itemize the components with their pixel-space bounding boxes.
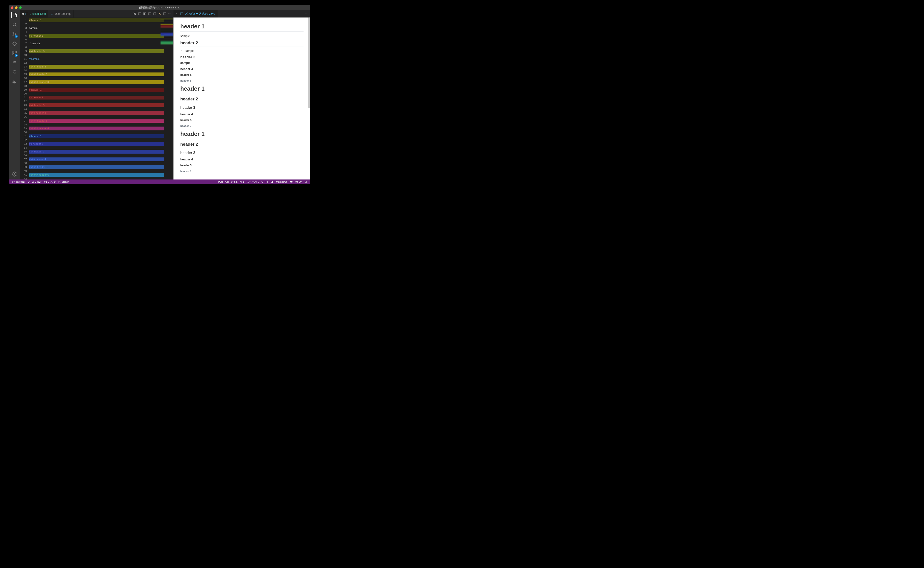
encoding[interactable]: UTF-8 [261,180,270,184]
svg-point-22 [170,14,170,14]
svg-rect-24 [180,12,183,15]
minimap[interactable] [161,18,173,180]
tab-label: Untitled-1.md [30,12,46,15]
code-area[interactable]: # header 1sample## header 2 * sample### … [29,18,173,180]
tab-label: プレビュー Untitled-1.md [185,12,215,16]
svg-point-33 [296,181,297,182]
problems-status[interactable]: 0 0 [43,180,57,183]
other-icon-1[interactable] [11,69,18,76]
find-case[interactable]: [Aa] [217,180,224,184]
svg-point-23 [171,14,171,14]
svg-rect-15 [138,13,141,15]
scrollbar[interactable] [307,18,311,180]
svg-rect-7 [13,54,14,55]
svg-rect-5 [13,51,14,53]
bell-icon[interactable] [303,180,309,184]
svg-rect-17 [145,13,146,15]
cursor-position[interactable]: 行 54、列 1 [230,180,245,184]
svg-point-29 [12,182,13,183]
extensions-badge: 4 [15,54,18,57]
editor-group-right: × プレビュー Untitled-1.md header 1samplehead… [173,10,311,180]
debug-icon[interactable] [11,41,18,47]
action-icon-5[interactable] [152,12,157,16]
svg-point-13 [51,13,53,15]
svg-point-0 [13,23,16,26]
editor-area: Untitled-1.md User Settings [20,10,311,180]
svg-rect-10 [14,82,15,82]
window-title: [拡張機能開発ホスト] - Untitled-1.md [139,6,180,9]
action-icon-1[interactable] [132,12,137,16]
svg-point-27 [307,14,308,14]
more-actions-icon[interactable] [304,12,309,16]
tab-untitled[interactable]: Untitled-1.md [20,10,48,18]
live-share[interactable]: Off [294,180,303,184]
svg-point-26 [306,14,307,14]
window-controls [11,6,21,9]
editor-actions-left [132,10,173,18]
svg-point-21 [168,14,169,14]
language-mode[interactable]: Markdown [275,180,289,184]
svg-rect-6 [15,51,17,53]
docker-icon[interactable] [11,79,18,85]
settings-gear-icon[interactable] [11,171,18,177]
preview-file-icon [180,12,183,15]
close-tab-icon[interactable]: × [176,12,179,15]
titlebar[interactable]: [拡張機能開発ホスト] - Untitled-1.md [9,5,311,10]
markdown-preview[interactable]: header 1sampleheader 2sampleheader 3samp… [173,18,311,180]
source-control-icon[interactable]: 3 [11,31,18,37]
tabs-left: Untitled-1.md User Settings [20,10,173,18]
tab-preview[interactable]: × プレビュー Untitled-1.md [173,10,218,18]
tab-settings[interactable]: User Settings [48,10,74,18]
tabs-right: × プレビュー Untitled-1.md [173,10,311,18]
tab-label: User Settings [55,12,71,15]
branch-icon [12,180,15,183]
indentation[interactable]: スペース: 2 [245,180,261,184]
more-actions-icon[interactable] [167,12,172,16]
action-icon-2[interactable] [137,12,142,16]
maximize-window-button[interactable] [19,6,21,9]
preview-body: header 1sampleheader 2sampleheader 3samp… [173,18,311,180]
line-number-gutter: 1234567891011121314151617181920212223242… [20,18,29,180]
action-icon-4[interactable] [147,12,152,16]
scroll-thumb[interactable] [308,18,310,108]
action-icon-3[interactable] [142,12,147,16]
svg-rect-9 [14,82,14,82]
error-icon [44,180,47,183]
minimize-window-button[interactable] [15,6,18,9]
close-window-button[interactable] [11,6,14,9]
scm-badge: 3 [15,35,18,38]
branch-status[interactable]: satokaz* [11,180,27,183]
editor-actions-right [304,10,311,18]
explorer-icon[interactable] [11,12,18,18]
svg-rect-16 [143,13,144,15]
svg-point-2 [13,35,14,36]
main: 3 4 Untitled-1.md User Settings [9,10,311,180]
warning-icon [50,180,53,183]
person-icon [58,180,61,183]
split-editor-icon[interactable] [162,12,167,16]
find-word[interactable]: Ab] [224,180,230,184]
settings-file-icon [50,12,54,15]
svg-point-12 [14,173,15,175]
svg-point-32 [59,181,60,182]
activity-bar: 3 4 [9,10,20,180]
svg-point-30 [14,181,15,182]
extensions-icon[interactable]: 4 [11,50,18,56]
svg-point-25 [305,14,306,14]
sync-status[interactable]: 0↓ 2432↑ [27,180,43,183]
feedback-icon[interactable] [289,180,294,184]
eol[interactable]: LF [270,180,275,184]
svg-rect-11 [14,81,14,82]
app-window: [拡張機能開発ホスト] - Untitled-1.md 3 4 Untitled… [9,5,311,184]
search-icon[interactable] [11,21,18,28]
svg-rect-8 [13,82,14,82]
action-icon-6[interactable] [158,12,162,16]
svg-point-3 [15,34,17,35]
status-bar: satokaz* 0↓ 2432↑ 0 0 Sign in [Aa] Ab] 行… [9,180,311,184]
todo-icon[interactable] [11,59,18,66]
signin-status[interactable]: Sign in [57,180,70,183]
modified-dot-icon [22,13,24,15]
broadcast-icon [295,180,298,183]
svg-point-28 [12,181,13,181]
editor-body-left[interactable]: 1234567891011121314151617181920212223242… [20,18,173,180]
